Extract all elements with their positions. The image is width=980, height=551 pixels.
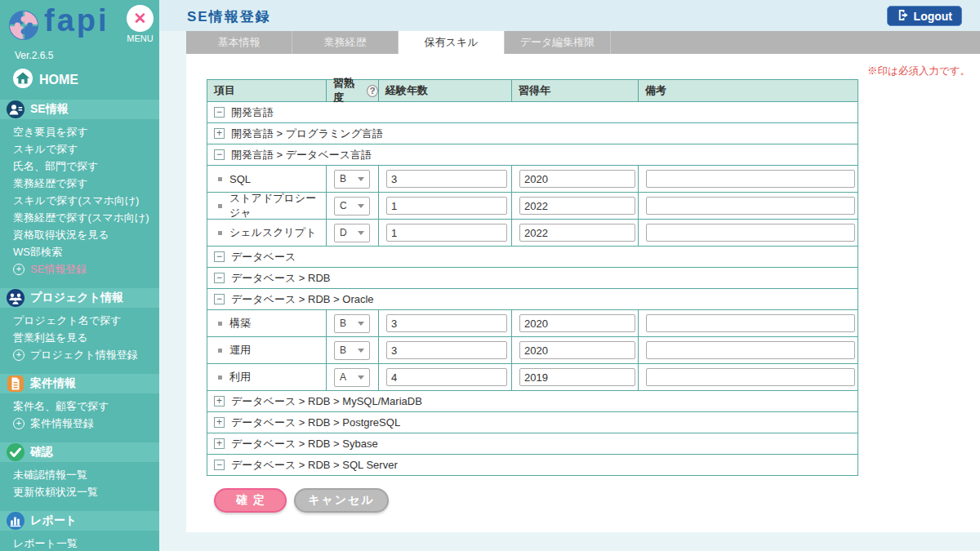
sidebar-item[interactable]: 案件名、顧客で探す [0,398,159,415]
expand-icon[interactable]: + [214,417,225,428]
remarks-input[interactable] [646,368,855,386]
years-cell [378,364,511,390]
close-icon[interactable]: ✕ [127,5,154,32]
remarks-input[interactable] [646,197,855,215]
collapse-icon[interactable]: − [214,149,225,160]
category-group-row[interactable]: +データベース > RDB > MySQL/MariaDB [207,390,858,411]
column-header: 習得年 [511,80,638,101]
sidebar-item[interactable]: 未確認情報一覧 [0,466,159,483]
category-group-row[interactable]: −データベース > RDB > SQL Server [207,454,858,475]
category-group-row[interactable]: −データベース > RDB > Oracle [207,288,858,309]
sidebar-item[interactable]: +SE情報登録 [0,260,159,278]
cancel-button[interactable]: キャンセル [294,488,389,513]
bullet-icon [218,204,222,208]
category-group-row[interactable]: +開発言語 > プログラミング言語 [207,122,858,144]
column-header-label: 備考 [645,83,666,98]
years-input[interactable] [386,368,507,386]
years-input[interactable] [386,341,507,359]
acquired-year-input[interactable] [519,341,635,359]
category-path-label: 開発言語 > データベース言語 [231,148,372,162]
sidebar-section-header: 案件情報 [0,374,159,393]
proficiency-select[interactable]: C [334,197,370,216]
sidebar-item[interactable]: 業務経歴で探す [0,175,159,192]
category-group-row[interactable]: −開発言語 [207,101,858,122]
skill-name-cell: 運用 [207,337,326,363]
bullet-icon [218,349,222,353]
sidebar-item[interactable]: 業務経歴で探す(スマホ向け) [0,209,159,226]
years-input[interactable] [386,197,507,215]
category-path-label: データベース > RDB > SQL Server [231,458,398,473]
submit-button[interactable]: 確定 [214,488,287,513]
expand-icon[interactable]: + [214,396,225,407]
remarks-input[interactable] [646,170,855,188]
acquired-year-input[interactable] [519,197,635,215]
menu-label: MENU [127,33,154,43]
years-input[interactable] [386,314,507,332]
sidebar-item[interactable]: WS部検索 [0,243,159,260]
column-header-label: 習得年 [519,83,550,98]
expand-icon[interactable]: + [214,438,225,449]
tab-1[interactable]: 基本情報 [186,31,292,54]
sidebar-item-home[interactable]: HOME [13,69,78,91]
category-group-row[interactable]: +データベース > RDB > Sybase [207,433,858,454]
menu-close-button[interactable]: ✕ MENU [127,5,154,43]
category-group-row[interactable]: −データベース > RDB [207,267,858,288]
proficiency-select[interactable]: B [334,170,370,189]
sidebar: fapi ✕ MENU Ver.2.6.5 HOME SE情報空き要員を探すスキ… [0,0,159,551]
acquired-year-input[interactable] [519,224,635,242]
proficiency-select[interactable]: D [334,224,370,242]
category-group-row[interactable]: −データベース [207,246,858,267]
category-path-label: データベース [231,250,296,264]
expand-icon[interactable]: + [214,128,225,139]
sidebar-item[interactable]: レポート一覧 [0,535,159,551]
document-icon [7,375,24,393]
sidebar-item-label: プロジェクト名で探す [13,314,121,327]
collapse-icon[interactable]: − [214,273,225,283]
sidebar-item[interactable]: 空き要員を探す [0,123,159,140]
remarks-input[interactable] [646,341,855,359]
category-path-label: データベース > RDB > Oracle [231,292,374,307]
acquired-year-input[interactable] [519,368,635,386]
tab-3[interactable]: 保有スキル [399,31,505,54]
proficiency-select[interactable]: B [334,314,370,333]
tab-4[interactable]: データ編集権限 [505,31,611,54]
collapse-icon[interactable]: − [214,251,225,262]
acquired-year-cell [511,193,638,219]
sidebar-item[interactable]: 更新依頼状況一覧 [0,483,159,500]
category-path-label: データベース > RDB > MySQL/MariaDB [231,394,422,409]
logout-button[interactable]: Logout [887,6,962,26]
sidebar-item-label: スキルで探す [13,143,78,155]
sidebar-item[interactable]: 資格取得状況を見る [0,226,159,243]
proficiency-select[interactable]: B [334,341,370,360]
category-group-row[interactable]: −開発言語 > データベース言語 [207,144,858,165]
years-input[interactable] [386,170,507,188]
sidebar-item[interactable]: スキルで探す [0,140,159,158]
sidebar-section: レポートレポート一覧 [0,511,159,551]
tab-2[interactable]: 業務経歴 [292,31,399,54]
collapse-icon[interactable]: − [214,107,225,118]
sidebar-item[interactable]: スキルで探す(スマホ向け) [0,192,159,209]
category-path-label: データベース > RDB > Sybase [231,437,378,451]
sidebar-item-label: 案件情報登録 [30,417,94,429]
proficiency-cell: B [326,337,378,363]
sidebar-item[interactable]: +案件情報登録 [0,415,159,432]
collapse-icon[interactable]: − [214,460,225,470]
skill-name-cell: SQL [207,166,326,192]
sidebar-section-label: 確認 [30,445,53,460]
acquired-year-input[interactable] [519,314,635,332]
category-group-row[interactable]: +データベース > RDB > PostgreSQL [207,411,858,433]
category-path-label: データベース > RDB [231,271,330,286]
proficiency-select[interactable]: A [334,368,370,387]
sidebar-item[interactable]: +プロジェクト情報登録 [0,346,159,363]
sidebar-item[interactable]: 営業利益を見る [0,329,159,346]
logout-icon [897,9,909,24]
remarks-input[interactable] [646,224,855,242]
years-input[interactable] [386,224,507,242]
acquired-year-input[interactable] [519,170,635,188]
proficiency-value: B [340,173,346,184]
sidebar-item[interactable]: プロジェクト名で探す [0,312,159,329]
remarks-input[interactable] [646,314,855,332]
sidebar-item[interactable]: 氏名、部門で探す [0,158,159,175]
help-icon[interactable]: ? [367,85,378,97]
collapse-icon[interactable]: − [214,294,225,304]
